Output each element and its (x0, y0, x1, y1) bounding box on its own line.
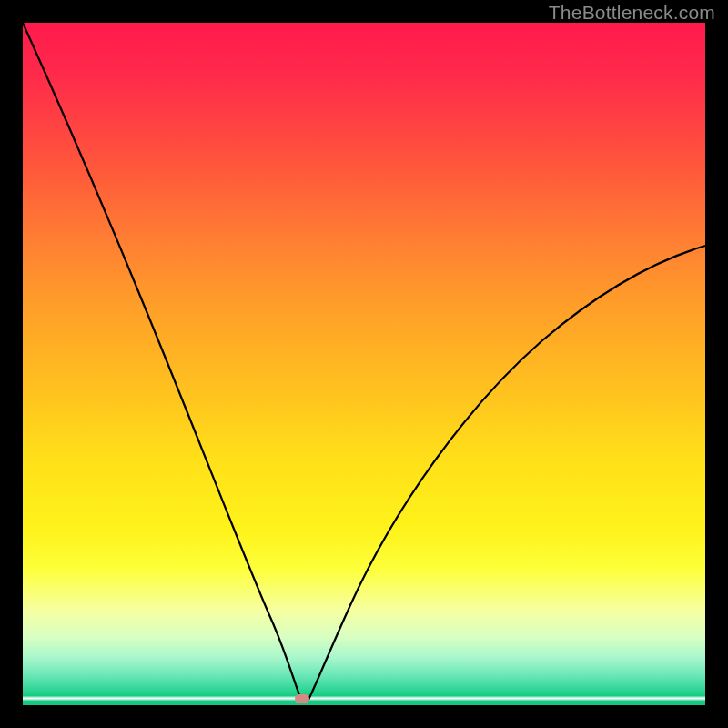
minimum-marker (295, 694, 309, 703)
curve-right-branch (308, 246, 705, 700)
watermark-text: TheBottleneck.com (549, 2, 715, 24)
bottleneck-curve (23, 23, 705, 705)
chart-area (23, 23, 705, 705)
curve-left-branch (23, 23, 301, 700)
